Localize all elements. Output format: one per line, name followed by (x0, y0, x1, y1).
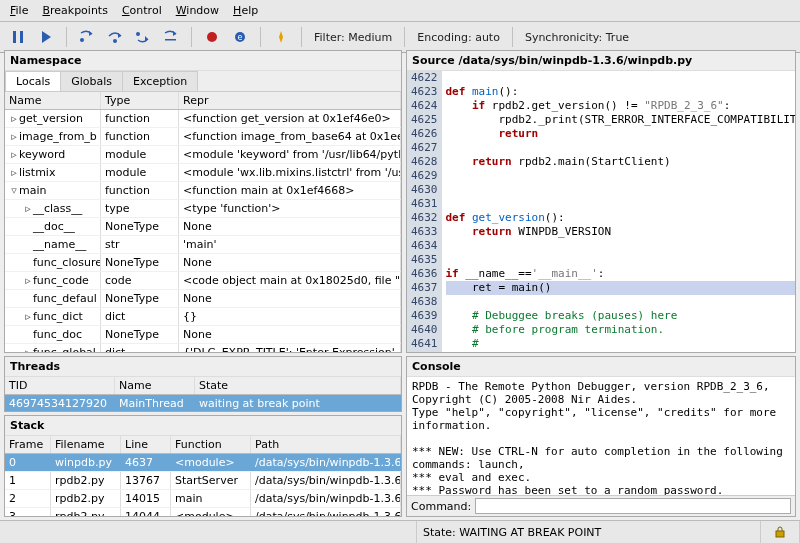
namespace-rows[interactable]: ▹get_versionfunction<function get_versio… (5, 110, 401, 352)
table-row[interactable]: func_docNoneTypeNone (5, 326, 401, 344)
svg-point-6 (113, 39, 117, 43)
menu-bar: File Breakpoints Control Window Help (0, 0, 800, 22)
source-body[interactable]: 4622 4623 4624 4625 4626 4627 4628 4629 … (407, 71, 795, 352)
run-to-line-button[interactable] (159, 25, 183, 49)
source-code[interactable]: def main(): if rpdb2.get_version() != "R… (442, 71, 796, 352)
table-row[interactable]: 46974534127920MainThreadwaiting at break… (5, 395, 401, 411)
analyze-button[interactable] (269, 25, 293, 49)
encoding-label[interactable]: Encoding: auto (413, 31, 504, 44)
stack-title: Stack (5, 416, 401, 436)
tab-locals[interactable]: Locals (5, 71, 61, 91)
namespace-title: Namespace (5, 51, 401, 71)
console-title: Console (407, 357, 795, 377)
menu-help[interactable]: Help (227, 2, 264, 19)
breakpoint-enable-button[interactable]: e (228, 25, 252, 49)
svg-point-11 (207, 32, 217, 42)
filter-label[interactable]: Filter: Medium (310, 31, 396, 44)
col-thread-state[interactable]: State (195, 377, 401, 394)
svg-rect-10 (165, 39, 176, 41)
table-row[interactable]: ▹func_dictdict{} (5, 308, 401, 326)
command-label: Command: (411, 500, 471, 513)
menu-control[interactable]: Control (116, 2, 168, 19)
step-over-button[interactable] (103, 25, 127, 49)
svg-rect-0 (13, 31, 16, 43)
table-row[interactable]: ▿mainfunction<function main at 0x1ef4668… (5, 182, 401, 200)
col-function[interactable]: Function (171, 436, 251, 453)
toolbar: e Filter: Medium Encoding: auto Synchron… (0, 22, 800, 53)
menu-window[interactable]: Window (170, 2, 225, 19)
col-filename[interactable]: Filename (51, 436, 121, 453)
table-row[interactable]: ▹__class__type<type 'function'> (5, 200, 401, 218)
col-tid[interactable]: TID (5, 377, 115, 394)
source-title: Source /data/sys/bin/winpdb-1.3.6/winpdb… (407, 51, 795, 71)
threads-panel: Threads TID Name State 46974534127920Mai… (4, 356, 402, 412)
svg-marker-2 (42, 31, 51, 43)
tab-globals[interactable]: Globals (60, 71, 123, 91)
step-into-button[interactable] (75, 25, 99, 49)
table-row[interactable]: 3rpdb2.py14044<module>/data/sys/bin/winp… (5, 508, 401, 516)
table-row[interactable]: ▹listmixmodule<module 'wx.lib.mixins.lis… (5, 164, 401, 182)
tab-exception[interactable]: Exception (122, 71, 198, 91)
command-input[interactable] (475, 498, 791, 514)
col-thread-name[interactable]: Name (115, 377, 195, 394)
namespace-tabs: Locals Globals Exception (5, 71, 401, 92)
namespace-panel: Namespace Locals Globals Exception Name … (4, 50, 402, 353)
menu-file[interactable]: File (4, 2, 34, 19)
threads-title: Threads (5, 357, 401, 377)
table-row[interactable]: ▹func_codecode<code object main at 0x180… (5, 272, 401, 290)
svg-point-8 (136, 32, 140, 36)
table-row[interactable]: ▹keywordmodule<module 'keyword' from '/u… (5, 146, 401, 164)
console-output[interactable]: RPDB - The Remote Python Debugger, versi… (407, 377, 795, 495)
col-frame[interactable]: Frame (5, 436, 51, 453)
play-button[interactable] (34, 25, 58, 49)
col-path[interactable]: Path (251, 436, 401, 453)
col-name[interactable]: Name (5, 92, 101, 109)
table-row[interactable]: ▹get_versionfunction<function get_versio… (5, 110, 401, 128)
threads-rows[interactable]: 46974534127920MainThreadwaiting at break… (5, 395, 401, 411)
col-line[interactable]: Line (121, 436, 171, 453)
source-gutter: 4622 4623 4624 4625 4626 4627 4628 4629 … (407, 71, 442, 352)
table-row[interactable]: ▹image_from_bfunction<function image_fro… (5, 128, 401, 146)
synchronicity-label[interactable]: Synchronicity: True (521, 31, 633, 44)
col-repr[interactable]: Repr (179, 92, 401, 109)
svg-rect-1 (20, 31, 23, 43)
stack-rows[interactable]: 0winpdb.py4637<module>/data/sys/bin/winp… (5, 454, 401, 516)
table-row[interactable]: __doc__NoneTypeNone (5, 218, 401, 236)
col-type[interactable]: Type (101, 92, 179, 109)
table-row[interactable]: 2rpdb2.py14015main/data/sys/bin/winpdb-1… (5, 490, 401, 508)
svg-text:e: e (238, 33, 243, 42)
table-row[interactable]: ▹func_globaldict{'DLG_EXPR_TITLE': 'Ente… (5, 344, 401, 352)
status-state: State: WAITING AT BREAK POINT (417, 521, 761, 543)
table-row[interactable]: func_defaulNoneTypeNone (5, 290, 401, 308)
command-row: Command: (407, 495, 795, 516)
svg-point-4 (80, 38, 84, 42)
stack-panel: Stack Frame Filename Line Function Path … (4, 415, 402, 517)
namespace-header: Name Type Repr (5, 92, 401, 110)
table-row[interactable]: 1rpdb2.py13767StartServer/data/sys/bin/w… (5, 472, 401, 490)
table-row[interactable]: func_closureNoneTypeNone (5, 254, 401, 272)
source-panel: Source /data/sys/bin/winpdb-1.3.6/winpdb… (406, 50, 796, 353)
lock-icon (761, 521, 800, 543)
pause-button[interactable] (6, 25, 30, 49)
status-bar: State: WAITING AT BREAK POINT (0, 520, 800, 543)
svg-marker-14 (279, 31, 283, 43)
menu-breakpoints[interactable]: Breakpoints (36, 2, 114, 19)
breakpoint-toggle-button[interactable] (200, 25, 224, 49)
table-row[interactable]: 0winpdb.py4637<module>/data/sys/bin/winp… (5, 454, 401, 472)
svg-rect-15 (776, 531, 784, 537)
step-out-button[interactable] (131, 25, 155, 49)
console-panel: Console RPDB - The Remote Python Debugge… (406, 356, 796, 517)
table-row[interactable]: __name__str'main' (5, 236, 401, 254)
